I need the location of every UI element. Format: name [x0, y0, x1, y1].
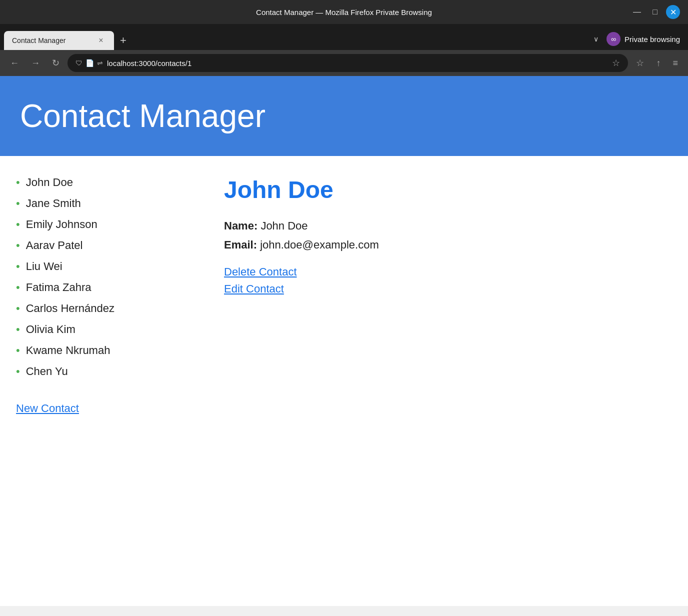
detail-panel: John Doe Name: John Doe Email: john.doe@…	[200, 156, 688, 606]
contact-list-item[interactable]: Liu Wei	[16, 256, 184, 277]
reload-button[interactable]: ↻	[48, 56, 64, 70]
email-label: Email:	[224, 238, 257, 251]
active-tab[interactable]: Contact Manager ×	[4, 31, 114, 50]
name-value: John Doe	[260, 220, 308, 232]
shield-icon: 🛡	[76, 59, 82, 67]
window-controls: — □ ✕	[630, 5, 680, 19]
menu-button[interactable]: ≡	[668, 56, 682, 70]
private-browsing-label: Private browsing	[624, 35, 680, 44]
nav-right-buttons: ☆ ↑ ≡	[632, 56, 682, 70]
nav-bar: ← → ↻ 🛡 📄 ⇌ localhost:3000/contacts/1 ☆ …	[0, 50, 688, 76]
window-title: Contact Manager — Mozilla Firefox Privat…	[256, 8, 432, 16]
close-button[interactable]: ✕	[666, 5, 680, 19]
share-button[interactable]: ↑	[652, 56, 664, 70]
name-label: Name:	[224, 220, 258, 232]
maximize-button[interactable]: □	[648, 5, 662, 19]
page-icon: 📄	[86, 59, 94, 67]
title-bar: Contact Manager — Mozilla Firefox Privat…	[0, 0, 688, 24]
tab-bar-right: ∨ ∞ Private browsing	[594, 32, 680, 46]
new-tab-button[interactable]: +	[114, 31, 132, 50]
address-bar[interactable]: 🛡 📄 ⇌ localhost:3000/contacts/1 ☆	[68, 54, 628, 72]
tab-close-button[interactable]: ×	[96, 36, 106, 46]
detail-name: John Doe	[224, 176, 664, 204]
tab-dropdown-button[interactable]: ∨	[594, 35, 598, 43]
sidebar: John DoeJane SmithEmily JohnsonAarav Pat…	[0, 156, 200, 606]
minimize-button[interactable]: —	[630, 5, 644, 19]
edit-contact-link[interactable]: Edit Contact	[224, 282, 664, 296]
page-body: John DoeJane SmithEmily JohnsonAarav Pat…	[0, 156, 688, 606]
address-text: localhost:3000/contacts/1	[107, 59, 608, 68]
contact-list-item[interactable]: Olivia Kim	[16, 319, 184, 340]
private-browsing-icon: ∞	[606, 32, 620, 46]
contact-list-item[interactable]: Emily Johnson	[16, 214, 184, 235]
email-value: john.doe@example.com	[260, 238, 379, 251]
page-title: Contact Manager	[20, 98, 266, 134]
contact-list: John DoeJane SmithEmily JohnsonAarav Pat…	[16, 172, 184, 382]
extensions-button[interactable]: ☆	[632, 56, 648, 70]
contact-list-item[interactable]: Chen Yu	[16, 361, 184, 382]
back-button[interactable]: ←	[6, 56, 23, 70]
page-header: Contact Manager	[0, 76, 688, 156]
contact-list-item[interactable]: Aarav Patel	[16, 235, 184, 256]
contact-list-item[interactable]: Kwame Nkrumah	[16, 340, 184, 361]
detail-actions: Delete Contact Edit Contact	[224, 266, 664, 296]
tab-bar: Contact Manager × + ∨ ∞ Private browsing	[0, 24, 688, 50]
private-browsing-badge: ∞ Private browsing	[606, 32, 680, 46]
delete-contact-link[interactable]: Delete Contact	[224, 266, 664, 278]
detail-email-field: Email: john.doe@example.com	[224, 238, 664, 252]
contact-list-item[interactable]: Jane Smith	[16, 193, 184, 214]
contact-list-item[interactable]: John Doe	[16, 172, 184, 193]
new-contact-link[interactable]: New Contact	[16, 402, 79, 414]
address-bar-icons: 🛡 📄 ⇌	[76, 59, 103, 67]
tab-title: Contact Manager	[12, 36, 66, 44]
contact-list-item[interactable]: Fatima Zahra	[16, 277, 184, 298]
bookmark-button[interactable]: ☆	[612, 58, 620, 68]
tracking-icon: ⇌	[97, 59, 103, 67]
contact-list-item[interactable]: Carlos Hernández	[16, 298, 184, 319]
detail-name-field: Name: John Doe	[224, 220, 664, 232]
forward-button[interactable]: →	[27, 56, 44, 70]
